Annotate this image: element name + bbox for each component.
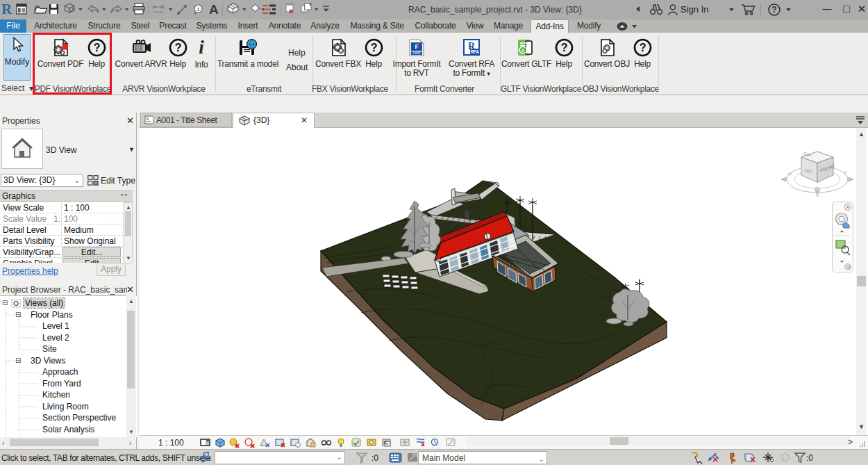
svg-text:S: S (816, 193, 819, 197)
svg-text:1: 1 (197, 6, 200, 13)
svg-text:E: E (844, 170, 848, 175)
svg-text:R: R (1, 1, 12, 17)
svg-text:A: A (209, 2, 219, 17)
svg-text:?: ? (771, 5, 776, 15)
svg-text:Sign In: Sign In (681, 4, 708, 15)
svg-text::0: :0 (806, 453, 813, 463)
